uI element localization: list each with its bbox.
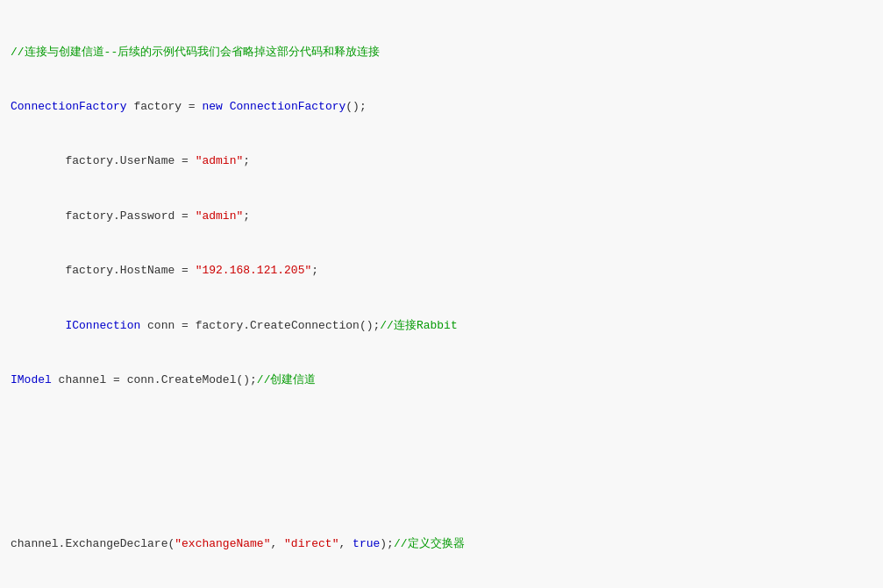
line-1: //连接与创建信道--后续的示例代码我们会省略掉这部分代码和释放连接 <box>11 44 872 62</box>
line-blank1 <box>11 426 872 444</box>
line-blank2 <box>11 481 872 499</box>
line-5: factory.HostName = "192.168.121.205"; <box>11 262 872 280</box>
line-2: ConnectionFactory factory = new Connecti… <box>11 98 872 117</box>
code-block: //连接与创建信道--后续的示例代码我们会省略掉这部分代码和释放连接 Conne… <box>11 7 872 588</box>
line-7: IModel channel = conn.CreateModel();//创建… <box>11 372 872 390</box>
line-6: IConnection conn = factory.CreateConnect… <box>11 317 872 336</box>
code-container: //连接与创建信道--后续的示例代码我们会省略掉这部分代码和释放连接 Conne… <box>0 0 883 588</box>
line-3: factory.UserName = "admin"; <box>11 152 872 171</box>
line-4: factory.Password = "admin"; <box>11 208 872 226</box>
line-8: channel.ExchangeDeclare("exchangeName", … <box>11 535 872 554</box>
